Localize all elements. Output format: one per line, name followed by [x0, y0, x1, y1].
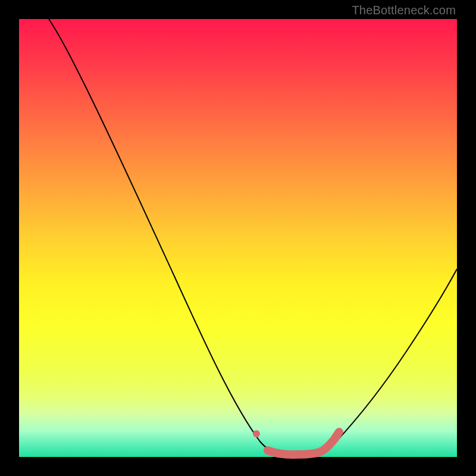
optimal-zone-highlight — [268, 432, 339, 455]
attribution-text: TheBottleneck.com — [352, 4, 456, 17]
plot-area — [19, 19, 457, 457]
bottleneck-curve — [49, 19, 457, 455]
chart-svg — [19, 19, 457, 457]
chart-frame: TheBottleneck.com — [0, 0, 476, 476]
highlight-start-dot — [253, 430, 260, 437]
